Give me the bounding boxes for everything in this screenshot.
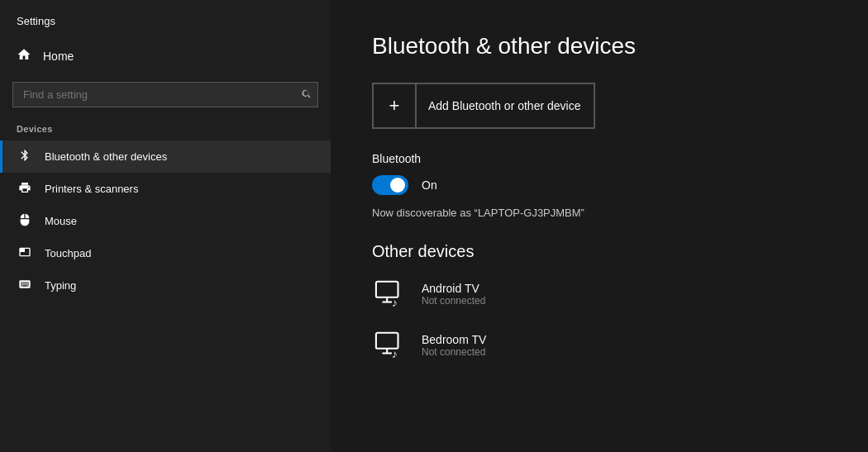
sidebar-item-printers[interactable]: Printers & scanners	[0, 173, 331, 205]
sidebar-item-bluetooth-label: Bluetooth & other devices	[45, 150, 167, 163]
svg-rect-0	[376, 282, 398, 297]
touchpad-icon	[17, 245, 33, 261]
mouse-icon	[17, 213, 33, 229]
sidebar-item-printers-label: Printers & scanners	[45, 183, 138, 195]
sidebar: Settings Home Devices Bluetooth & other …	[0, 0, 331, 452]
printers-icon	[17, 181, 33, 197]
android-tv-status: Not connected	[422, 295, 485, 307]
toggle-knob	[390, 178, 405, 193]
android-tv-name: Android TV	[422, 282, 485, 295]
bluetooth-icon	[17, 149, 33, 164]
device-item-bedroom-tv[interactable]: ♪ Bedroom TV Not connected	[372, 327, 827, 364]
sidebar-item-mouse-label: Mouse	[45, 215, 77, 227]
devices-section-label: Devices	[0, 121, 331, 140]
sidebar-item-touchpad-label: Touchpad	[45, 247, 91, 259]
sidebar-item-mouse[interactable]: Mouse	[0, 205, 331, 237]
page-title: Bluetooth & other devices	[372, 33, 827, 59]
sidebar-item-typing[interactable]: Typing	[0, 269, 331, 302]
home-nav-item[interactable]: Home	[0, 39, 331, 74]
search-button[interactable]	[301, 88, 312, 102]
main-content: Bluetooth & other devices + Add Bluetoot…	[331, 0, 868, 452]
android-tv-info: Android TV Not connected	[422, 282, 485, 307]
home-label: Home	[43, 50, 74, 63]
sidebar-item-bluetooth[interactable]: Bluetooth & other devices	[0, 140, 331, 173]
sidebar-item-typing-label: Typing	[45, 279, 76, 292]
bluetooth-toggle[interactable]	[372, 175, 408, 195]
sidebar-item-touchpad[interactable]: Touchpad	[0, 237, 331, 269]
android-tv-icon: ♪	[372, 276, 408, 312]
bluetooth-section-title: Bluetooth	[372, 152, 827, 165]
discoverable-text: Now discoverable as “LAPTOP-GJ3PJMBM”	[372, 207, 827, 219]
device-item-android-tv[interactable]: ♪ Android TV Not connected	[372, 276, 827, 312]
bedroom-tv-status: Not connected	[422, 346, 486, 358]
app-title: Settings	[0, 0, 331, 39]
search-input[interactable]	[12, 82, 318, 107]
bedroom-tv-icon: ♪	[372, 327, 408, 364]
bedroom-tv-name: Bedroom TV	[422, 333, 486, 346]
add-device-icon: +	[374, 84, 417, 127]
other-devices-title: Other devices	[372, 242, 827, 261]
search-container	[0, 74, 331, 121]
svg-text:♪: ♪	[392, 297, 398, 309]
svg-rect-4	[376, 333, 398, 349]
add-device-button[interactable]: + Add Bluetooth or other device	[372, 83, 595, 129]
svg-text:♪: ♪	[392, 348, 398, 360]
bluetooth-toggle-row: On	[372, 175, 827, 195]
toggle-state-label: On	[422, 178, 437, 192]
home-icon	[17, 47, 31, 65]
bedroom-tv-info: Bedroom TV Not connected	[422, 333, 486, 358]
typing-icon	[17, 278, 33, 293]
add-device-label: Add Bluetooth or other device	[428, 99, 594, 112]
